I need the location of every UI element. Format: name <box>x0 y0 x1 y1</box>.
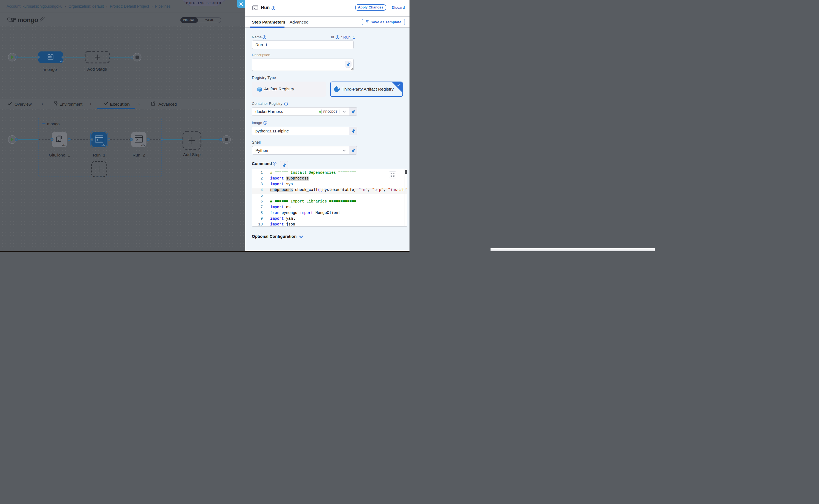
svg-text:Run_2: Run_2 <box>132 153 145 157</box>
svg-text:PIPELINE STUDIO: PIPELINE STUDIO <box>186 1 221 5</box>
svg-text:Add Step: Add Step <box>183 152 201 157</box>
svg-text:</>: </> <box>102 144 105 147</box>
svg-text:Run_1: Run_1 <box>93 153 105 157</box>
svg-text:Add Stage: Add Stage <box>87 67 107 71</box>
svg-text:</>: </> <box>62 144 65 147</box>
svg-text:GitClone_1: GitClone_1 <box>49 153 70 157</box>
svg-text:›: › <box>42 102 43 106</box>
svg-text:mongo: mongo <box>44 67 57 72</box>
svg-text:›: › <box>90 102 91 106</box>
svg-text:</>: </> <box>60 60 63 63</box>
svg-text:mongo: mongo <box>47 121 60 126</box>
svg-text:</>: </> <box>141 144 145 147</box>
svg-text:›: › <box>138 102 140 106</box>
